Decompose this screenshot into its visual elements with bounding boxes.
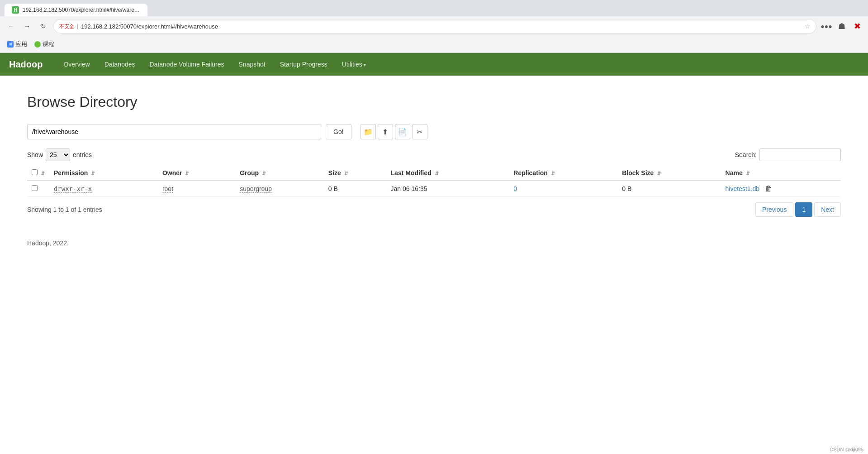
menu-button[interactable]: ✖ [851,20,863,33]
sort-icon-replication: ⇵ [551,171,555,176]
bookmark-course[interactable]: 课程 [34,40,54,48]
sort-icon-size: ⇵ [344,171,348,176]
extensions-button[interactable]: ●●● [820,20,833,33]
nav-item-volume-failures[interactable]: Datanode Volume Failures [142,54,232,74]
navbar-brand[interactable]: Hadoop [9,59,43,70]
search-input[interactable] [759,148,841,161]
directory-input[interactable] [27,124,321,139]
permission-link[interactable]: drwxr-xr-x [54,185,92,193]
show-label: Show [27,151,43,158]
row-checkbox-cell [27,181,49,197]
tab-title: 192.168.2.182:50070/explorer.html#/hive/… [23,7,140,13]
row-size: 0 B [324,181,386,197]
entries-label: entries [73,151,92,158]
owner-link[interactable]: root [162,185,173,193]
page-1-button[interactable]: 1 [795,202,812,217]
action-icons: 📁 ⬆ 📄 ✂ [360,124,427,139]
col-permission-label: Permission [54,169,88,177]
sort-icon-group: ⇵ [262,171,266,176]
bookmark-course-label: 课程 [43,40,54,48]
reload-button[interactable]: ↻ [37,20,50,33]
search-label: Search: [735,151,757,158]
col-last-modified[interactable]: Last Modified ⇵ [386,166,509,181]
row-group: supergroup [235,181,324,197]
apps-icon: ⊞ [7,41,14,48]
previous-button[interactable]: Previous [755,202,793,217]
main-content: Browse Directory Go! 📁 ⬆ 📄 ✂ Show 10 25 [0,76,868,265]
group-link[interactable]: supergroup [240,185,272,193]
col-replication[interactable]: Replication ⇵ [509,166,617,181]
col-replication-label: Replication [513,169,547,177]
col-group[interactable]: Group ⇵ [235,166,324,181]
file-icon-button[interactable]: 📄 [395,124,410,139]
next-button[interactable]: Next [814,202,841,217]
table-controls: Show 10 25 50 100 entries Search: [27,148,841,161]
sort-icon-select: ⇵ [41,171,45,176]
sort-icon-owner: ⇵ [185,171,189,176]
scissors-icon-button[interactable]: ✂ [412,124,427,139]
pagination: Previous 1 Next [755,202,841,217]
col-block-size-label: Block Size [622,169,654,177]
security-badge: 不安全 [59,23,74,30]
col-owner-label: Owner [162,169,182,177]
browser-tabs: H 192.168.2.182:50070/explorer.html#/hiv… [0,0,868,16]
upload-icon: ⬆ [382,128,388,136]
star-icon[interactable]: ☆ [805,23,811,30]
name-link[interactable]: hivetest1.db [726,185,760,192]
col-owner[interactable]: Owner ⇵ [158,166,235,181]
nav-link-snapshot[interactable]: Snapshot [232,54,273,74]
row-checkbox[interactable] [32,185,38,191]
row-replication: 0 [509,181,617,197]
nav-item-snapshot[interactable]: Snapshot [232,54,273,74]
folder-icon-button[interactable]: 📁 [360,124,376,139]
select-all-header: ⇵ [27,166,49,181]
nav-item-startup-progress[interactable]: Startup Progress [273,54,335,74]
nav-item-datanodes[interactable]: Datanodes [97,54,142,74]
sort-icon-block-size: ⇵ [657,171,661,176]
active-tab[interactable]: H 192.168.2.182:50070/explorer.html#/hiv… [5,4,147,16]
col-name[interactable]: Name ⇵ [721,166,841,181]
course-icon [34,41,41,48]
nav-link-datanodes[interactable]: Datanodes [97,54,142,74]
go-button[interactable]: Go! [326,124,351,139]
address-text: 192.168.2.182:50070/explorer.html#/hive/… [81,23,802,30]
row-last-modified: Jan 06 16:35 [386,181,509,197]
dir-controls: Go! 📁 ⬆ 📄 ✂ [27,124,841,139]
row-owner: root [158,181,235,197]
nav-item-overview[interactable]: Overview [56,54,97,74]
nav-link-volume-failures[interactable]: Datanode Volume Failures [142,54,232,74]
delete-button[interactable]: 🗑 [765,185,772,193]
table-row: drwxr-xr-x root supergroup 0 B Jan 06 16… [27,181,841,197]
nav-link-startup-progress[interactable]: Startup Progress [273,54,335,74]
footer-text: Hadoop, 2022. [27,239,69,247]
col-name-label: Name [726,169,743,177]
file-icon: 📄 [398,128,407,136]
folder-icon: 📁 [364,128,373,136]
back-button[interactable]: ← [5,20,17,33]
nav-link-overview[interactable]: Overview [56,54,97,74]
browser-bookmarks: ⊞ 应用 课程 [0,36,868,53]
row-block-size: 0 B [617,181,721,197]
forward-button[interactable]: → [21,20,33,33]
entries-select[interactable]: 10 25 50 100 [46,148,70,161]
row-permission: drwxr-xr-x [49,181,158,197]
col-permission[interactable]: Permission ⇵ [49,166,158,181]
sort-icon-permission: ⇵ [91,171,95,176]
tab-favicon: H [12,6,19,14]
address-bar[interactable]: 不安全 | 192.168.2.182:50070/explorer.html#… [53,19,816,33]
table-body: drwxr-xr-x root supergroup 0 B Jan 06 16… [27,181,841,197]
profile-button[interactable]: ☗ [835,20,848,33]
search-box: Search: [735,148,841,161]
bookmark-apps[interactable]: ⊞ 应用 [7,40,27,48]
col-block-size[interactable]: Block Size ⇵ [617,166,721,181]
select-all-checkbox[interactable] [32,169,38,175]
nav-item-utilities[interactable]: Utilities [335,54,373,74]
replication-link[interactable]: 0 [513,185,517,192]
col-last-modified-label: Last Modified [391,169,432,177]
directory-table: ⇵ Permission ⇵ Owner ⇵ Group ⇵ Size ⇵ [27,166,841,197]
scissors-icon: ✂ [417,128,422,136]
upload-icon-button[interactable]: ⬆ [378,124,393,139]
col-size[interactable]: Size ⇵ [324,166,386,181]
nav-link-utilities[interactable]: Utilities [335,54,373,74]
footer: Hadoop, 2022. [27,239,841,247]
